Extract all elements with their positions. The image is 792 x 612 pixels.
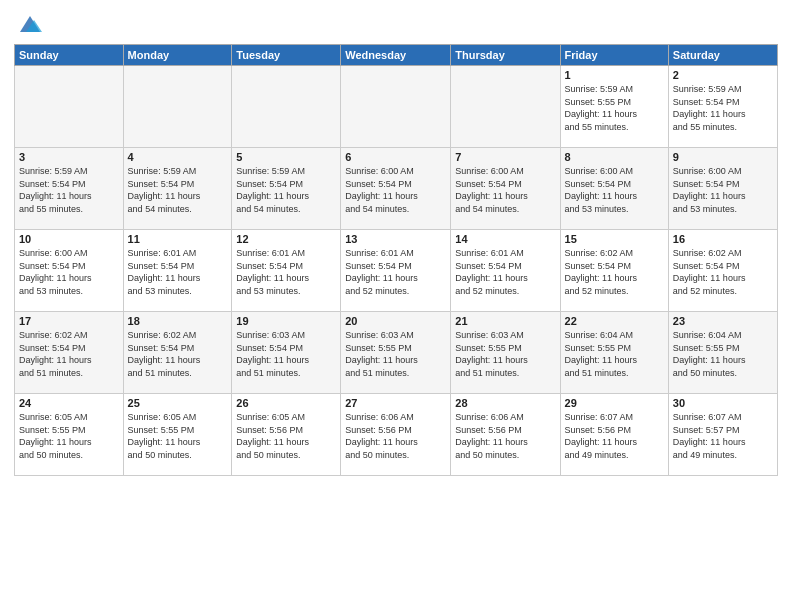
weekday-header-monday: Monday	[123, 45, 232, 66]
day-info: Sunrise: 6:02 AM Sunset: 5:54 PM Dayligh…	[19, 329, 119, 379]
day-info: Sunrise: 6:05 AM Sunset: 5:56 PM Dayligh…	[236, 411, 336, 461]
day-number: 28	[455, 397, 555, 409]
day-number: 6	[345, 151, 446, 163]
day-number: 9	[673, 151, 773, 163]
calendar-table: SundayMondayTuesdayWednesdayThursdayFrid…	[14, 44, 778, 476]
day-number: 24	[19, 397, 119, 409]
weekday-header-row: SundayMondayTuesdayWednesdayThursdayFrid…	[15, 45, 778, 66]
day-info: Sunrise: 6:03 AM Sunset: 5:54 PM Dayligh…	[236, 329, 336, 379]
day-number: 25	[128, 397, 228, 409]
weekday-header-wednesday: Wednesday	[341, 45, 451, 66]
calendar-cell: 22Sunrise: 6:04 AM Sunset: 5:55 PM Dayli…	[560, 312, 668, 394]
day-number: 12	[236, 233, 336, 245]
day-info: Sunrise: 6:02 AM Sunset: 5:54 PM Dayligh…	[565, 247, 664, 297]
day-number: 10	[19, 233, 119, 245]
day-number: 3	[19, 151, 119, 163]
day-info: Sunrise: 6:00 AM Sunset: 5:54 PM Dayligh…	[19, 247, 119, 297]
calendar-cell: 28Sunrise: 6:06 AM Sunset: 5:56 PM Dayli…	[451, 394, 560, 476]
calendar-cell: 7Sunrise: 6:00 AM Sunset: 5:54 PM Daylig…	[451, 148, 560, 230]
day-info: Sunrise: 6:00 AM Sunset: 5:54 PM Dayligh…	[565, 165, 664, 215]
calendar-cell: 20Sunrise: 6:03 AM Sunset: 5:55 PM Dayli…	[341, 312, 451, 394]
day-number: 1	[565, 69, 664, 81]
weekday-header-friday: Friday	[560, 45, 668, 66]
calendar-cell: 11Sunrise: 6:01 AM Sunset: 5:54 PM Dayli…	[123, 230, 232, 312]
weekday-header-tuesday: Tuesday	[232, 45, 341, 66]
day-info: Sunrise: 6:06 AM Sunset: 5:56 PM Dayligh…	[455, 411, 555, 461]
day-number: 19	[236, 315, 336, 327]
day-info: Sunrise: 6:00 AM Sunset: 5:54 PM Dayligh…	[345, 165, 446, 215]
day-info: Sunrise: 6:05 AM Sunset: 5:55 PM Dayligh…	[128, 411, 228, 461]
calendar-week-row: 1Sunrise: 5:59 AM Sunset: 5:55 PM Daylig…	[15, 66, 778, 148]
day-info: Sunrise: 6:03 AM Sunset: 5:55 PM Dayligh…	[455, 329, 555, 379]
calendar-cell: 18Sunrise: 6:02 AM Sunset: 5:54 PM Dayli…	[123, 312, 232, 394]
calendar-cell: 5Sunrise: 5:59 AM Sunset: 5:54 PM Daylig…	[232, 148, 341, 230]
day-info: Sunrise: 5:59 AM Sunset: 5:54 PM Dayligh…	[128, 165, 228, 215]
day-number: 13	[345, 233, 446, 245]
weekday-header-saturday: Saturday	[668, 45, 777, 66]
day-number: 8	[565, 151, 664, 163]
day-info: Sunrise: 6:06 AM Sunset: 5:56 PM Dayligh…	[345, 411, 446, 461]
day-info: Sunrise: 5:59 AM Sunset: 5:54 PM Dayligh…	[236, 165, 336, 215]
day-number: 7	[455, 151, 555, 163]
page: SundayMondayTuesdayWednesdayThursdayFrid…	[0, 0, 792, 612]
day-info: Sunrise: 6:04 AM Sunset: 5:55 PM Dayligh…	[673, 329, 773, 379]
day-number: 29	[565, 397, 664, 409]
calendar-cell: 21Sunrise: 6:03 AM Sunset: 5:55 PM Dayli…	[451, 312, 560, 394]
calendar-cell: 23Sunrise: 6:04 AM Sunset: 5:55 PM Dayli…	[668, 312, 777, 394]
calendar-cell: 30Sunrise: 6:07 AM Sunset: 5:57 PM Dayli…	[668, 394, 777, 476]
day-number: 2	[673, 69, 773, 81]
day-info: Sunrise: 6:01 AM Sunset: 5:54 PM Dayligh…	[128, 247, 228, 297]
calendar-cell: 16Sunrise: 6:02 AM Sunset: 5:54 PM Dayli…	[668, 230, 777, 312]
day-info: Sunrise: 6:01 AM Sunset: 5:54 PM Dayligh…	[236, 247, 336, 297]
calendar-cell: 27Sunrise: 6:06 AM Sunset: 5:56 PM Dayli…	[341, 394, 451, 476]
day-info: Sunrise: 6:03 AM Sunset: 5:55 PM Dayligh…	[345, 329, 446, 379]
day-info: Sunrise: 6:02 AM Sunset: 5:54 PM Dayligh…	[128, 329, 228, 379]
calendar-cell: 6Sunrise: 6:00 AM Sunset: 5:54 PM Daylig…	[341, 148, 451, 230]
day-number: 18	[128, 315, 228, 327]
calendar-cell: 4Sunrise: 5:59 AM Sunset: 5:54 PM Daylig…	[123, 148, 232, 230]
day-info: Sunrise: 6:02 AM Sunset: 5:54 PM Dayligh…	[673, 247, 773, 297]
calendar-cell: 1Sunrise: 5:59 AM Sunset: 5:55 PM Daylig…	[560, 66, 668, 148]
calendar-week-row: 10Sunrise: 6:00 AM Sunset: 5:54 PM Dayli…	[15, 230, 778, 312]
calendar-cell: 3Sunrise: 5:59 AM Sunset: 5:54 PM Daylig…	[15, 148, 124, 230]
calendar-week-row: 17Sunrise: 6:02 AM Sunset: 5:54 PM Dayli…	[15, 312, 778, 394]
day-info: Sunrise: 6:05 AM Sunset: 5:55 PM Dayligh…	[19, 411, 119, 461]
day-number: 11	[128, 233, 228, 245]
calendar-cell: 8Sunrise: 6:00 AM Sunset: 5:54 PM Daylig…	[560, 148, 668, 230]
logo	[14, 10, 44, 38]
calendar-cell: 24Sunrise: 6:05 AM Sunset: 5:55 PM Dayli…	[15, 394, 124, 476]
calendar-cell: 15Sunrise: 6:02 AM Sunset: 5:54 PM Dayli…	[560, 230, 668, 312]
day-number: 21	[455, 315, 555, 327]
day-number: 16	[673, 233, 773, 245]
calendar-cell: 2Sunrise: 5:59 AM Sunset: 5:54 PM Daylig…	[668, 66, 777, 148]
calendar-cell	[15, 66, 124, 148]
weekday-header-thursday: Thursday	[451, 45, 560, 66]
calendar-cell: 25Sunrise: 6:05 AM Sunset: 5:55 PM Dayli…	[123, 394, 232, 476]
day-info: Sunrise: 6:07 AM Sunset: 5:57 PM Dayligh…	[673, 411, 773, 461]
calendar-cell: 9Sunrise: 6:00 AM Sunset: 5:54 PM Daylig…	[668, 148, 777, 230]
day-number: 4	[128, 151, 228, 163]
day-info: Sunrise: 6:01 AM Sunset: 5:54 PM Dayligh…	[455, 247, 555, 297]
day-info: Sunrise: 5:59 AM Sunset: 5:54 PM Dayligh…	[19, 165, 119, 215]
calendar-cell: 17Sunrise: 6:02 AM Sunset: 5:54 PM Dayli…	[15, 312, 124, 394]
day-number: 22	[565, 315, 664, 327]
calendar-cell	[232, 66, 341, 148]
day-number: 30	[673, 397, 773, 409]
calendar-cell: 29Sunrise: 6:07 AM Sunset: 5:56 PM Dayli…	[560, 394, 668, 476]
day-info: Sunrise: 6:00 AM Sunset: 5:54 PM Dayligh…	[673, 165, 773, 215]
calendar-week-row: 3Sunrise: 5:59 AM Sunset: 5:54 PM Daylig…	[15, 148, 778, 230]
calendar-cell	[123, 66, 232, 148]
day-number: 26	[236, 397, 336, 409]
day-number: 27	[345, 397, 446, 409]
calendar-week-row: 24Sunrise: 6:05 AM Sunset: 5:55 PM Dayli…	[15, 394, 778, 476]
day-number: 17	[19, 315, 119, 327]
day-number: 15	[565, 233, 664, 245]
day-info: Sunrise: 6:04 AM Sunset: 5:55 PM Dayligh…	[565, 329, 664, 379]
header	[14, 10, 778, 38]
day-number: 5	[236, 151, 336, 163]
calendar-cell: 10Sunrise: 6:00 AM Sunset: 5:54 PM Dayli…	[15, 230, 124, 312]
weekday-header-sunday: Sunday	[15, 45, 124, 66]
calendar-cell	[341, 66, 451, 148]
calendar-cell: 14Sunrise: 6:01 AM Sunset: 5:54 PM Dayli…	[451, 230, 560, 312]
day-info: Sunrise: 6:07 AM Sunset: 5:56 PM Dayligh…	[565, 411, 664, 461]
